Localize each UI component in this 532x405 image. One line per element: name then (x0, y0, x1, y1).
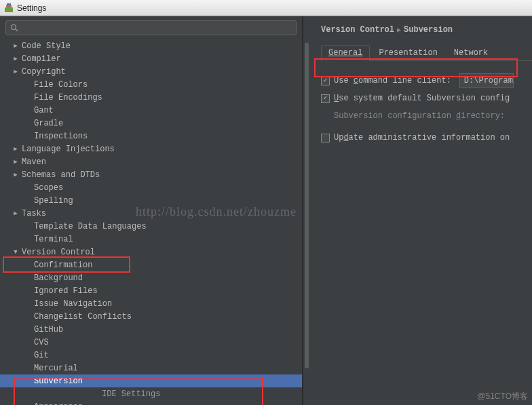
window-title: Settings (17, 3, 46, 13)
checkbox-update-admin[interactable] (321, 134, 330, 142)
tree-item-label: Tasks (22, 209, 46, 218)
tree-item-label: Git (34, 351, 49, 360)
tree-item-mercurial[interactable]: Mercurial (0, 362, 302, 374)
tree-item-label: Issue Navigation (34, 299, 112, 309)
tree-item-label: Ignored Files (34, 286, 98, 296)
opt-use-system-config: Use system default Subversion config (321, 90, 532, 107)
tree-item-schemas-and-dtds[interactable]: ▶Schemas and DTDs (0, 168, 302, 181)
breadcrumb-current: Subversion (404, 25, 453, 35)
search-icon (10, 24, 18, 32)
tree-item-label: GitHub (34, 325, 63, 334)
tree-item-confirmation[interactable]: Confirmation (0, 258, 302, 271)
expand-arrow-icon[interactable]: ▶ (12, 145, 19, 153)
tree-item-language-injections[interactable]: ▶Language Injections (0, 142, 302, 155)
app-icon (4, 3, 14, 13)
settings-detail-panel: Version Control ▶ Subversion General Pre… (310, 16, 532, 405)
tree-item-code-style[interactable]: ▶Code Style (0, 39, 302, 52)
checkbox-use-cli[interactable] (321, 77, 330, 85)
tree-item-file-colors[interactable]: File Colors (0, 78, 302, 91)
svg-rect-2 (7, 3, 11, 5)
expand-arrow-icon[interactable]: ▶ (12, 55, 19, 62)
tree-item-copyright[interactable]: ▶Copyright (0, 65, 302, 78)
expand-arrow-icon[interactable]: ▶ (12, 171, 19, 178)
tree-item-label: File Encodings (34, 93, 102, 102)
tree-item-git[interactable]: Git (0, 349, 302, 362)
tree-item-label: Subversion (34, 377, 83, 386)
tabs: General Presentation Network (321, 45, 532, 61)
tree-item-background[interactable]: Background (0, 271, 302, 284)
tree-item-issue-navigation[interactable]: Issue Navigation (0, 297, 302, 310)
tree-item-label: Changelist Conflicts (34, 312, 132, 322)
tree-item-label: Schemas and DTDs (22, 170, 100, 180)
tree-item-gradle[interactable]: Gradle (0, 117, 302, 130)
expand-arrow-icon[interactable]: ▶ (12, 210, 19, 217)
tree-item-label: Gant (34, 106, 54, 115)
tree-item-maven[interactable]: ▶Maven (0, 155, 302, 168)
expand-arrow-icon[interactable]: ▶ (12, 158, 19, 166)
tree-item-ignored-files[interactable]: Ignored Files (0, 284, 302, 297)
label-use-cli: Use command line client: (334, 76, 451, 85)
tree-item-label: Maven (22, 157, 46, 167)
settings-tree-panel: ▶Code Style▶Compiler▶CopyrightFile Color… (0, 16, 303, 405)
tree-item-version-control[interactable]: ▼Version Control (0, 246, 302, 258)
tree-item-gant[interactable]: Gant (0, 104, 302, 117)
expand-arrow-icon[interactable]: ▶ (12, 42, 19, 50)
tree-item-scopes[interactable]: Scopes (0, 181, 302, 194)
scrollbar-thumb[interactable] (305, 43, 309, 368)
tree-item-label: Version Control (22, 248, 95, 257)
expand-arrow-icon[interactable]: ▼ (12, 249, 19, 256)
tree-item-file-encodings[interactable]: File Encodings (0, 91, 302, 104)
opt-update-admin: Update administrative information on (321, 129, 532, 147)
options-container: Use command line client: D:\Program Use … (321, 72, 532, 147)
tree-item-appearance[interactable]: Annearance (0, 400, 302, 405)
tree-item-label: Code Style (22, 41, 71, 51)
svg-point-3 (12, 25, 16, 30)
search-input-wrap[interactable] (5, 20, 297, 35)
svg-line-4 (16, 29, 18, 31)
tree-item-inspections[interactable]: Inspections (0, 130, 302, 142)
label-update-admin: Update administrative information on (334, 133, 510, 142)
label-use-system: Use system default Subversion config (334, 94, 510, 103)
checkbox-use-system[interactable] (321, 94, 330, 103)
tree-item-terminal[interactable]: Terminal (0, 233, 302, 246)
tree-item-label: Inspections (34, 132, 88, 141)
tree-item-spelling[interactable]: Spelling (0, 194, 302, 207)
breadcrumb: Version Control ▶ Subversion (321, 23, 532, 37)
tree-item-label: Mercurial (34, 364, 78, 373)
tree-item-label: Scopes (34, 183, 63, 193)
tree-item-label: Compiler (22, 54, 61, 64)
breadcrumb-root[interactable]: Version Control (321, 25, 394, 35)
tree-item-label: Gradle (34, 119, 63, 128)
tree-item-compiler[interactable]: ▶Compiler (0, 52, 302, 65)
tree-item-subversion[interactable]: Subversion (0, 374, 302, 387)
tab-presentation[interactable]: Presentation (371, 45, 444, 61)
tree-item-template-data-languages[interactable]: Template Data Languages (0, 220, 302, 233)
tree-item-tasks[interactable]: ▶Tasks (0, 207, 302, 220)
left-scrollbar[interactable] (303, 16, 310, 405)
settings-tree[interactable]: ▶Code Style▶Compiler▶CopyrightFile Color… (0, 38, 302, 405)
tree-item-label: CVS (34, 338, 49, 347)
tree-item-changelist-conflicts[interactable]: Changelist Conflicts (0, 310, 302, 323)
tree-item-cvs[interactable]: CVS (0, 336, 302, 349)
tree-item-label: Copyright (22, 67, 66, 77)
tree-item-label: Terminal (34, 235, 73, 244)
opt-config-dir: Subversion configuration directory: (321, 107, 532, 125)
tree-item-label: Spelling (34, 196, 73, 206)
tree-item-label: Template Data Languages (34, 222, 147, 231)
section-header-ide: IDE Settings (0, 387, 302, 400)
tab-network[interactable]: Network (446, 45, 495, 61)
search-input[interactable] (21, 23, 292, 33)
input-cli-path[interactable]: D:\Program (459, 73, 514, 88)
titlebar: Settings (0, 0, 532, 16)
tree-item-label: File Colors (34, 80, 88, 90)
label-config-dir: Subversion configuration directory: (334, 111, 505, 121)
tree-item-github[interactable]: GitHub (0, 323, 302, 336)
tree-item-label: Confirmation (34, 261, 92, 270)
tab-general[interactable]: General (321, 45, 370, 61)
chevron-right-icon: ▶ (397, 26, 401, 34)
tree-item-label: Background (34, 273, 83, 283)
opt-use-cli: Use command line client: D:\Program (321, 72, 532, 90)
expand-arrow-icon[interactable]: ▶ (12, 68, 19, 75)
svg-rect-0 (5, 7, 13, 12)
tree-item-label: Language Injections (22, 144, 115, 154)
